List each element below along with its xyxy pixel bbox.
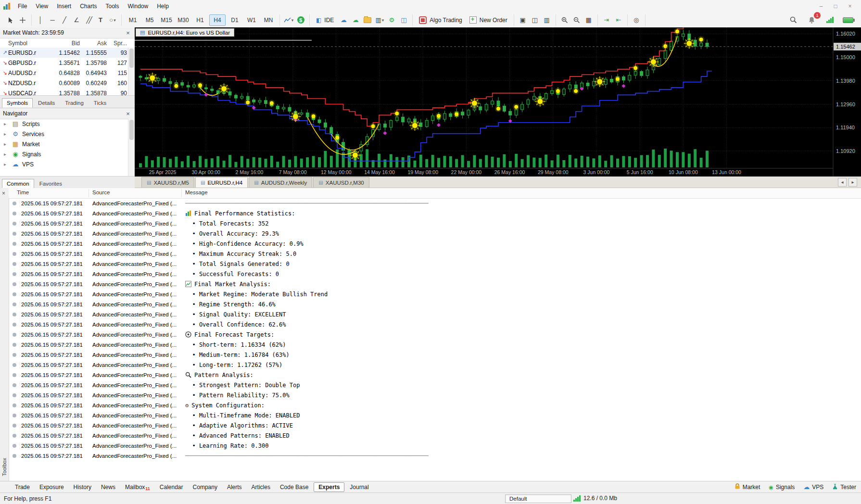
chevron-right-icon[interactable]: ▸ <box>4 151 9 157</box>
log-row[interactable]: 2025.06.15 09:57:27.181AdvancedForecaste… <box>9 390 861 400</box>
tab-symbols[interactable]: Symbols <box>2 98 33 108</box>
menu-tools[interactable]: Tools <box>101 1 124 12</box>
menu-file[interactable]: File <box>13 1 31 12</box>
tab-mailbox[interactable]: Mailbox11 <box>121 483 154 491</box>
tab-trade[interactable]: Trade <box>11 483 34 491</box>
tab-journal[interactable]: Journal <box>345 483 373 491</box>
tab-exposure[interactable]: Exposure <box>35 483 68 491</box>
timeframe-h4[interactable]: H4 <box>209 14 226 26</box>
log-row[interactable]: 2025.06.15 09:57:27.181AdvancedForecaste… <box>9 279 861 289</box>
log-row[interactable]: 2025.06.15 09:57:27.181AdvancedForecaste… <box>9 289 861 299</box>
market-watch-scrollbar[interactable] <box>128 48 135 96</box>
tab-alerts[interactable]: Alerts <box>223 483 246 491</box>
zoom-in-button[interactable] <box>559 15 570 25</box>
tab-details[interactable]: Details <box>33 98 60 108</box>
tab-experts[interactable]: Experts <box>314 482 344 492</box>
tab-history[interactable]: History <box>69 483 96 491</box>
price-chart[interactable]: 25 Apr 202530 Apr 00:002 May 16:007 May … <box>135 27 861 176</box>
log-row[interactable]: 2025.06.15 09:57:27.181AdvancedForecaste… <box>9 218 861 228</box>
cascade-windows-button[interactable]: ▣ <box>518 15 528 25</box>
chart-canvas[interactable]: 25 Apr 202530 Apr 00:002 May 16:007 May … <box>135 27 861 176</box>
tab-code-base[interactable]: Code Base <box>276 483 313 491</box>
profile-selector[interactable]: Default <box>505 494 571 503</box>
column-bid[interactable]: Bid <box>50 40 80 47</box>
log-row[interactable]: 2025.06.15 09:57:27.181AdvancedForecaste… <box>9 441 861 451</box>
timeframe-m15[interactable]: M15 <box>159 15 174 25</box>
column-spread[interactable]: Spr... <box>107 40 127 47</box>
chart-tab-xauusd-r-m5[interactable]: ▤XAUUSD.r,M5 <box>141 177 194 188</box>
tabs-scroll-right-button[interactable]: ▸ <box>848 178 857 187</box>
log-row[interactable]: 2025.06.15 09:57:27.181AdvancedForecaste… <box>9 400 861 410</box>
auto-scroll-button[interactable]: ⇥ <box>601 15 612 25</box>
close-icon[interactable]: × <box>124 29 132 37</box>
ide-button[interactable]: ◧IDE <box>313 15 337 25</box>
notifications-button[interactable]: 1 <box>806 15 817 25</box>
vertical-line-tool-button[interactable]: │ <box>35 15 46 25</box>
tab-common[interactable]: Common <box>2 179 34 189</box>
timeframe-m5[interactable]: M5 <box>142 15 157 25</box>
chevron-right-icon[interactable]: ▸ <box>4 141 9 147</box>
chart-tab-eurusd-r-h4[interactable]: ▤EURUSD.r,H4 <box>195 177 248 188</box>
navigator-scrollbar[interactable] <box>128 119 135 176</box>
column-ask[interactable]: Ask <box>80 40 107 47</box>
symbol-row-eurusd.r[interactable]: ↗EURUSD.r1.154621.1555593 <box>0 48 135 58</box>
chart-tab-xauusd-r-m30[interactable]: ▤XAUUSD.r,M30 <box>313 177 369 188</box>
text-tool-button[interactable]: T <box>95 15 106 25</box>
open-data-folder-button[interactable] <box>362 15 373 25</box>
timeframe-mn[interactable]: MN <box>261 15 276 25</box>
shapes-tool-button[interactable]: ○▾ <box>107 15 118 25</box>
tab-company[interactable]: Company <box>189 483 222 491</box>
log-row[interactable]: 2025.06.15 09:57:27.181AdvancedForecaste… <box>9 420 861 430</box>
timeframe-m1[interactable]: M1 <box>125 15 140 25</box>
column-time[interactable]: Time <box>17 189 29 195</box>
log-row[interactable]: 2025.06.15 09:57:27.181AdvancedForecaste… <box>9 329 861 340</box>
navigator-item-market[interactable]: ▸▦Market <box>0 139 128 149</box>
quick-tester[interactable]: Tester <box>832 483 856 491</box>
log-row[interactable]: 2025.06.15 09:57:27.181AdvancedForecaste… <box>9 228 861 239</box>
tabs-scroll-left-button[interactable]: ◂ <box>838 178 847 187</box>
cursor-tool-button[interactable] <box>5 15 16 25</box>
log-row[interactable]: 2025.06.15 09:57:27.181AdvancedForecaste… <box>9 309 861 319</box>
cloud-add-button[interactable]: ☁ <box>350 15 361 25</box>
log-row[interactable]: 2025.06.15 09:57:27.181AdvancedForecaste… <box>9 430 861 441</box>
chevron-right-icon[interactable]: ▸ <box>4 131 9 137</box>
menu-window[interactable]: Window <box>124 1 153 12</box>
log-row[interactable]: 2025.06.15 09:57:27.181AdvancedForecaste… <box>9 208 861 218</box>
chart-tab-audusd-r-weekly[interactable]: ▤AUDUSD.r,Weekly <box>249 177 312 188</box>
navigator-item-services[interactable]: ▸⚙Services <box>0 129 128 139</box>
equidistant-channel-tool-button[interactable]: ╱╱ <box>83 15 94 25</box>
symbol-row-usdcad.r[interactable]: ↘USDCAD.r1.357881.3587890 <box>0 88 135 96</box>
log-row[interactable]: 2025.06.15 09:57:27.181AdvancedForecaste… <box>9 239 861 249</box>
panels-button[interactable]: ◫ <box>398 15 409 25</box>
log-row[interactable]: 2025.06.15 09:57:27.181AdvancedForecaste… <box>9 198 861 208</box>
symbol-row-nzdusd.r[interactable]: ↘NZDUSD.r0.600890.60249160 <box>0 78 135 88</box>
timeframe-w1[interactable]: W1 <box>244 15 259 25</box>
chart-shift-button[interactable]: ⇤ <box>613 15 624 25</box>
tab-favorites[interactable]: Favorites <box>35 179 67 189</box>
quick-vps[interactable]: ☁VPS <box>803 483 823 491</box>
symbol-row-audusd.r[interactable]: ↘AUDUSD.r0.648280.64943115 <box>0 68 135 78</box>
horizontal-line-tool-button[interactable]: ─ <box>47 15 58 25</box>
chart-window[interactable]: 25 Apr 202530 Apr 00:002 May 16:007 May … <box>135 27 861 176</box>
log-row[interactable]: 2025.06.15 09:57:27.181AdvancedForecaste… <box>9 360 861 370</box>
tile-horizontally-button[interactable]: ◫ <box>530 15 540 25</box>
log-row[interactable]: 2025.06.15 09:57:27.181AdvancedForecaste… <box>9 370 861 380</box>
close-button[interactable]: × <box>847 3 853 10</box>
log-row[interactable]: 2025.06.15 09:57:27.181AdvancedForecaste… <box>9 259 861 269</box>
algo-trading-button[interactable]: Algo Trading <box>416 15 465 25</box>
column-symbol[interactable]: Symbol <box>8 40 50 47</box>
log-row[interactable]: 2025.06.15 09:57:27.181AdvancedForecaste… <box>9 410 861 420</box>
log-row[interactable]: 2025.06.15 09:57:27.181AdvancedForecaste… <box>9 299 861 309</box>
log-row[interactable]: 2025.06.15 09:57:27.181AdvancedForecaste… <box>9 380 861 390</box>
timeframe-h1[interactable]: H1 <box>192 15 208 25</box>
chevron-right-icon[interactable]: ▸ <box>4 121 9 126</box>
timeframe-d1[interactable]: D1 <box>227 15 242 25</box>
log-row[interactable]: 2025.06.15 09:57:27.181AdvancedForecaste… <box>9 451 861 461</box>
quick-market[interactable]: Market <box>734 483 760 491</box>
log-row[interactable]: 2025.06.15 09:57:27.181AdvancedForecaste… <box>9 350 861 360</box>
grid-button[interactable]: ▦ <box>583 15 594 25</box>
timeframe-m30[interactable]: M30 <box>176 15 191 25</box>
data-window-button[interactable]: ◎ <box>631 15 642 25</box>
crosshair-tool-button[interactable] <box>17 15 28 25</box>
log-row[interactable]: 2025.06.15 09:57:27.181AdvancedForecaste… <box>9 340 861 350</box>
